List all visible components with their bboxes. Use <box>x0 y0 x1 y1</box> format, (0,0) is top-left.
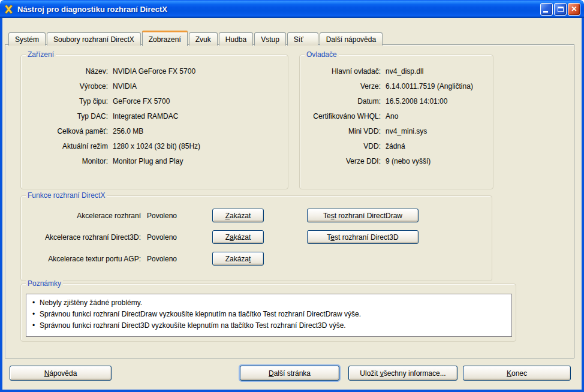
bullet-icon: • <box>28 320 40 331</box>
save-all-information-button[interactable]: Uložit všechny informace... <box>348 366 457 381</box>
tab-input[interactable]: Vstup <box>254 32 286 46</box>
field-row: Typ čipu:GeForce FX 5700 <box>26 94 288 108</box>
field-value: 9 (nebo vyšší) <box>386 157 431 165</box>
feature-row: Akcelerace rozhraní Povoleno <box>21 209 177 222</box>
field-label: Verze DDI: <box>305 157 381 165</box>
feature-status: Povoleno <box>147 255 177 263</box>
feature-label: Akcelerace rozhraní <box>21 212 141 220</box>
tab-page-display: Zařízení Název:NVIDIA GeForce FX 5700 Vý… <box>5 44 574 358</box>
tab-display[interactable]: Zobrazení <box>142 31 188 46</box>
field-row: Mini VDD:nv4_mini.sys <box>305 123 493 138</box>
field-row: Certifikováno WHQL:Ano <box>305 108 493 123</box>
drivers-groupbox: Ovladače Hlavní ovladač:nv4_disp.dll Ver… <box>299 55 493 189</box>
dialog-client-area: Systém Soubory rozhraní DirectX Zobrazen… <box>0 18 584 392</box>
maximize-icon <box>558 7 564 12</box>
field-value: Monitor Plug and Play <box>113 157 183 165</box>
disable-directdraw-button[interactable]: Zakázat <box>212 209 264 222</box>
device-field-list: Název:NVIDIA GeForce FX 5700 Výrobce:NVI… <box>21 55 288 168</box>
field-value: nv4_mini.sys <box>386 127 427 135</box>
field-value: NVIDIA <box>113 82 137 91</box>
bullet-icon: • <box>28 297 40 309</box>
field-label: Typ DAC: <box>26 112 108 120</box>
tab-sound[interactable]: Zvuk <box>189 32 218 46</box>
notes-text-area[interactable]: •Nebyly zjištěny žádné problémy. •Správn… <box>26 294 512 337</box>
disable-direct3d-button[interactable]: Zakázat <box>212 230 264 244</box>
field-row: Verze:6.14.0011.7519 (Angličtina) <box>305 79 493 94</box>
feature-label: Akcelerace rozhraní Direct3D: <box>21 233 141 242</box>
window-title: Nástroj pro diagnostiku rozhraní DirectX <box>17 5 537 14</box>
help-button[interactable]: Nápověda <box>10 366 112 381</box>
field-value: 1280 x 1024 (32 bit) (85Hz) <box>113 142 200 150</box>
field-value: 6.14.0011.7519 (Angličtina) <box>386 82 473 91</box>
directx-app-icon <box>4 4 14 14</box>
field-row: Datum:16.5.2008 14:01:00 <box>305 94 493 108</box>
features-groupbox-title: Funkce rozhraní DirectX <box>26 191 107 200</box>
maximize-button[interactable] <box>554 3 567 16</box>
feature-label: Akcelerace textur portu AGP: <box>21 255 141 263</box>
bullet-icon: • <box>28 309 40 320</box>
field-row: Celková paměť:256.0 MB <box>26 123 288 138</box>
field-value: nv4_disp.dll <box>386 67 423 76</box>
field-label: VDD: <box>305 142 381 150</box>
field-value: Ano <box>386 112 398 120</box>
field-label: Certifikováno WHQL: <box>305 112 381 120</box>
field-value: GeForce FX 5700 <box>113 97 170 105</box>
notes-groupbox-title: Poznámky <box>26 279 63 288</box>
drivers-groupbox-title: Ovladače <box>305 50 339 59</box>
field-label: Datum: <box>305 97 381 105</box>
feature-status: Povoleno <box>147 212 177 220</box>
field-row: Název:NVIDIA GeForce FX 5700 <box>26 64 288 79</box>
field-label: Celková paměť: <box>26 127 108 135</box>
field-label: Mini VDD: <box>305 127 381 135</box>
field-label: Aktuální režim <box>26 142 108 150</box>
field-label: Výrobce: <box>26 82 108 91</box>
test-directdraw-button[interactable]: Test rozhraní DirectDraw <box>307 209 419 222</box>
drivers-field-list: Hlavní ovladač:nv4_disp.dll Verze:6.14.0… <box>300 55 493 168</box>
tab-bar: Systém Soubory rozhraní DirectX Zobrazen… <box>8 31 384 46</box>
exit-button[interactable]: Konec <box>463 366 571 381</box>
note-item: •Nebyly zjištěny žádné problémy. <box>28 297 509 309</box>
note-item: •Správnou funkci rozhraní Direct3D vyzko… <box>28 320 509 331</box>
disable-agp-texture-button[interactable]: Zakázat <box>212 252 264 266</box>
field-value: Integrated RAMDAC <box>113 112 178 120</box>
note-item: •Správnou funkci rozhraní DirectDraw vyz… <box>28 309 509 320</box>
field-label: Název: <box>26 67 108 76</box>
tab-music[interactable]: Hudba <box>219 32 253 46</box>
next-page-button[interactable]: Další stránka <box>240 366 339 381</box>
feature-status: Povoleno <box>147 233 177 242</box>
title-bar[interactable]: Nástroj pro diagnostiku rozhraní DirectX… <box>0 0 584 18</box>
field-label: Typ čipu: <box>26 97 108 105</box>
field-value: 16.5.2008 14:01:00 <box>386 97 447 105</box>
field-label: Hlavní ovladač: <box>305 67 381 76</box>
field-value: 256.0 MB <box>113 127 143 135</box>
field-label: Verze: <box>305 82 381 91</box>
tab-more-help[interactable]: Další nápověda <box>320 32 383 46</box>
field-value: NVIDIA GeForce FX 5700 <box>113 67 195 76</box>
feature-row: Akcelerace rozhraní Direct3D: Povoleno <box>21 230 177 244</box>
minimize-icon <box>543 11 548 13</box>
minimize-button[interactable] <box>540 3 553 16</box>
field-row: Monitor:Monitor Plug and Play <box>26 153 288 168</box>
field-row: Typ DAC:Integrated RAMDAC <box>26 108 288 123</box>
close-icon: ✕ <box>568 4 580 15</box>
notes-groupbox: Poznámky •Nebyly zjištěny žádné problémy… <box>20 284 516 342</box>
field-label: Monitor: <box>26 157 108 165</box>
device-groupbox: Zařízení Název:NVIDIA GeForce FX 5700 Vý… <box>20 55 288 189</box>
tab-network[interactable]: Síť <box>287 32 318 46</box>
tab-system[interactable]: Systém <box>8 32 46 46</box>
window-controls: ✕ <box>540 3 580 16</box>
field-row: Výrobce:NVIDIA <box>26 79 288 94</box>
field-row: Aktuální režim1280 x 1024 (32 bit) (85Hz… <box>26 138 288 153</box>
field-value: žádná <box>386 142 405 150</box>
test-direct3d-button[interactable]: Test rozhraní Direct3D <box>307 230 419 244</box>
tab-directx-files[interactable]: Soubory rozhraní DirectX <box>47 32 141 46</box>
field-row: Verze DDI:9 (nebo vyšší) <box>305 153 493 168</box>
close-button[interactable]: ✕ <box>568 3 580 16</box>
field-row: Hlavní ovladač:nv4_disp.dll <box>305 64 493 79</box>
device-groupbox-title: Zařízení <box>26 50 56 59</box>
directx-features-groupbox: Funkce rozhraní DirectX Akcelerace rozhr… <box>20 195 492 281</box>
dxdiag-window: Nástroj pro diagnostiku rozhraní DirectX… <box>0 0 584 392</box>
field-row: VDD:žádná <box>305 138 493 153</box>
feature-row: Akcelerace textur portu AGP: Povoleno <box>21 252 177 266</box>
